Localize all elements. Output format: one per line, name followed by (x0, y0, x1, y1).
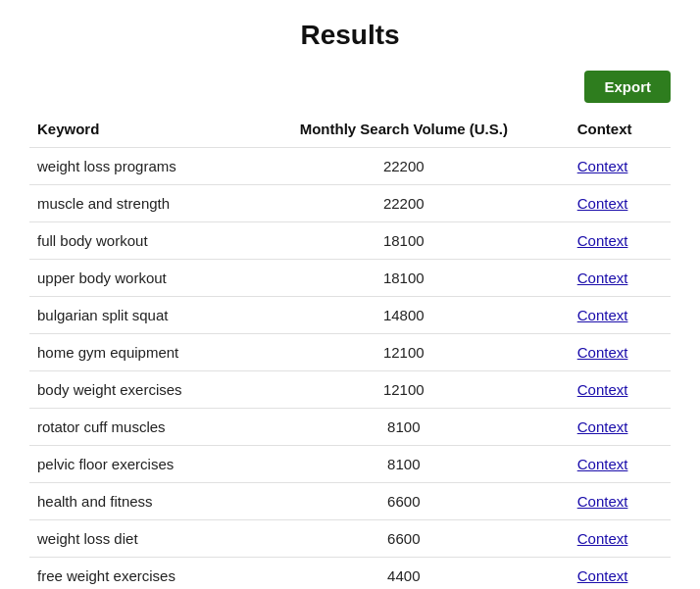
cell-volume: 8100 (250, 409, 558, 446)
cell-context: Context (558, 148, 671, 185)
page-title: Results (29, 20, 671, 51)
cell-volume: 18100 (250, 222, 558, 260)
cell-context: Context (558, 334, 671, 371)
column-header-keyword: Keyword (29, 115, 250, 148)
context-link[interactable]: Context (577, 381, 628, 398)
context-link[interactable]: Context (577, 232, 628, 249)
table-row: rotator cuff muscles8100Context (29, 409, 671, 446)
cell-context: Context (558, 483, 671, 520)
cell-context: Context (558, 371, 671, 409)
table-row: weight loss diet6600Context (29, 520, 671, 558)
cell-context: Context (558, 185, 671, 222)
cell-context: Context (558, 260, 671, 297)
context-link[interactable]: Context (577, 493, 628, 510)
context-link[interactable]: Context (577, 270, 628, 286)
cell-volume: 6600 (250, 520, 558, 558)
column-header-context: Context (558, 115, 671, 148)
context-link[interactable]: Context (577, 418, 628, 435)
cell-context: Context (558, 446, 671, 483)
cell-keyword: home gym equipment (29, 334, 250, 371)
table-row: upper body workout18100Context (29, 260, 671, 297)
cell-context: Context (558, 409, 671, 446)
table-row: home gym equipment12100Context (29, 334, 671, 371)
cell-volume: 18100 (250, 260, 558, 297)
cell-context: Context (558, 520, 671, 558)
cell-context: Context (558, 297, 671, 334)
context-link[interactable]: Context (577, 344, 628, 361)
table-header-row: Keyword Monthly Search Volume (U.S.) Con… (29, 115, 671, 148)
cell-volume: 8100 (250, 446, 558, 483)
cell-keyword: pelvic floor exercises (29, 446, 250, 483)
cell-volume: 6600 (250, 483, 558, 520)
cell-keyword: free weight exercises (29, 558, 250, 590)
cell-volume: 4400 (250, 558, 558, 590)
table-row: health and fitness6600Context (29, 483, 671, 520)
cell-keyword: upper body workout (29, 260, 250, 297)
table-row: full body workout18100Context (29, 222, 671, 260)
cell-volume: 12100 (250, 371, 558, 409)
table-row: weight loss programs22200Context (29, 148, 671, 185)
cell-keyword: weight loss programs (29, 148, 250, 185)
results-table: Keyword Monthly Search Volume (U.S.) Con… (29, 115, 671, 589)
table-row: body weight exercises12100Context (29, 371, 671, 409)
table-row: muscle and strength22200Context (29, 185, 671, 222)
context-link[interactable]: Context (577, 567, 628, 584)
cell-keyword: health and fitness (29, 483, 250, 520)
context-link[interactable]: Context (577, 195, 628, 212)
cell-keyword: rotator cuff muscles (29, 409, 250, 446)
table-row: free weight exercises4400Context (29, 558, 671, 590)
export-row: Export (29, 71, 671, 103)
cell-volume: 12100 (250, 334, 558, 371)
context-link[interactable]: Context (577, 530, 628, 547)
cell-context: Context (558, 558, 671, 590)
cell-keyword: weight loss diet (29, 520, 250, 558)
cell-keyword: body weight exercises (29, 371, 250, 409)
table-row: pelvic floor exercises8100Context (29, 446, 671, 483)
table-row: bulgarian split squat14800Context (29, 297, 671, 334)
context-link[interactable]: Context (577, 307, 628, 323)
column-header-volume: Monthly Search Volume (U.S.) (250, 115, 558, 148)
context-link[interactable]: Context (577, 456, 628, 472)
cell-keyword: bulgarian split squat (29, 297, 250, 334)
cell-volume: 22200 (250, 148, 558, 185)
cell-keyword: full body workout (29, 222, 250, 260)
context-link[interactable]: Context (577, 158, 628, 174)
cell-context: Context (558, 222, 671, 260)
cell-keyword: muscle and strength (29, 185, 250, 222)
cell-volume: 14800 (250, 297, 558, 334)
cell-volume: 22200 (250, 185, 558, 222)
export-button[interactable]: Export (584, 71, 671, 103)
